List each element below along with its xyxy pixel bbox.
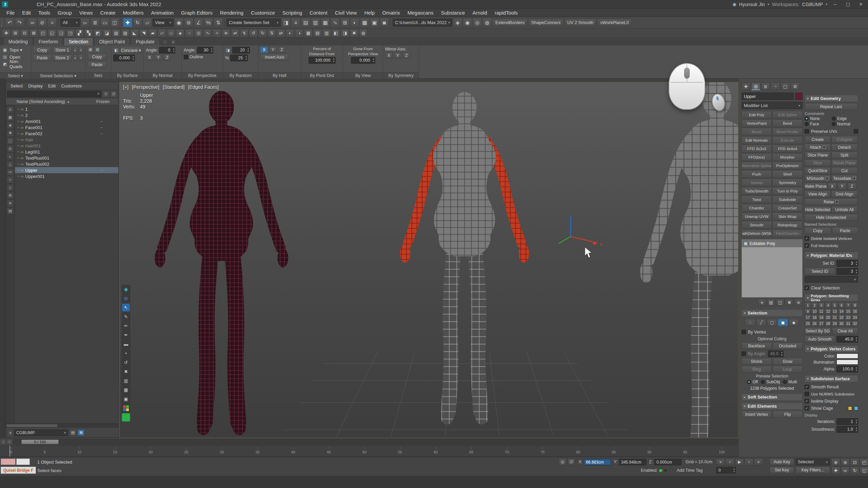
- script-button[interactable]: sWorkPlaneL0: [597, 19, 632, 27]
- smoothing-group-button[interactable]: 20: [825, 314, 831, 320]
- custom-tool-icon[interactable]: ≋: [222, 29, 230, 37]
- spinner-snap-icon[interactable]: ⇅: [214, 18, 223, 27]
- ribbon-footer-by-normal[interactable]: By Normal: [144, 72, 181, 79]
- explorer-filter-icon[interactable]: ▢: [7, 137, 14, 144]
- smoothing-group-button[interactable]: 13: [832, 308, 838, 314]
- lock-explorer-icon[interactable]: ∅: [110, 91, 117, 97]
- pen-icon[interactable]: ✎: [122, 312, 130, 321]
- constraint-radio[interactable]: None: [805, 116, 831, 121]
- smoothing-group-button[interactable]: 19: [818, 314, 825, 320]
- key-filters-button[interactable]: Key Filters...: [795, 467, 830, 473]
- smoothing-group-button[interactable]: 32: [852, 321, 858, 326]
- custom-tool-icon[interactable]: ▨: [121, 29, 130, 37]
- custom-tool-icon[interactable]: ⊠: [29, 29, 38, 37]
- visibility-dot-icon[interactable]: •: [18, 132, 19, 135]
- sort-arrow-icon[interactable]: ▲: [67, 100, 70, 103]
- bind-to-spacewarp-icon[interactable]: ≈: [47, 18, 57, 27]
- constraint-radio[interactable]: Normal: [832, 122, 858, 126]
- modifier-button[interactable]: PathDeform (WSM): [742, 229, 772, 237]
- eraser-icon[interactable]: ▬: [122, 340, 130, 348]
- edit-geometry-button[interactable]: Relax: [805, 198, 857, 205]
- select-object-icon[interactable]: ▻: [81, 18, 90, 27]
- scene-object-row[interactable]: • ▭ Face002 –: [15, 130, 118, 137]
- transform-gizmo[interactable]: x: [558, 217, 602, 247]
- custom-tool-icon[interactable]: ▤: [313, 29, 322, 37]
- walk-through-icon[interactable]: ∞: [841, 467, 850, 474]
- custom-tool-icon[interactable]: ◳: [66, 29, 75, 37]
- maximize-viewport-icon[interactable]: ◱: [860, 467, 868, 474]
- constraint-radio[interactable]: Face: [805, 122, 831, 126]
- custom-tool-icon[interactable]: ▰: [149, 29, 157, 37]
- modifier-button[interactable]: Symmetry: [772, 179, 803, 186]
- custom-tool-icon[interactable]: ◨: [341, 29, 349, 37]
- custom-tool-icon[interactable]: ▧: [112, 29, 120, 37]
- visibility-dot-icon[interactable]: •: [18, 144, 19, 147]
- explorer-name-field[interactable]: CGBUMP▾: [14, 429, 68, 436]
- utilities-tab-icon[interactable]: ⚙: [791, 83, 800, 90]
- smoothing-group-button[interactable]: 3: [818, 302, 825, 308]
- custom-tool-icon[interactable]: ✚: [2, 29, 11, 37]
- select-id-spinner[interactable]: 3: [836, 268, 858, 275]
- menu-item[interactable]: Group: [54, 10, 76, 16]
- named-paste-button[interactable]: Paste: [832, 227, 859, 234]
- explorer-filter-icon[interactable]: ▭: [7, 168, 14, 176]
- edit-geometry-button[interactable]: Hide Selected: [805, 206, 831, 213]
- normal-axis-toggle[interactable]: X: [146, 55, 153, 61]
- edge-mode-icon[interactable]: ╱: [756, 319, 766, 326]
- random-count-spinner[interactable]: 25: [230, 55, 248, 61]
- time-slider-track[interactable]: 0 / 100: [13, 439, 738, 445]
- menu-item[interactable]: Modifiers: [119, 10, 147, 16]
- auto-smooth-spinner[interactable]: 45.0: [836, 336, 858, 343]
- edit-geometry-button[interactable]: Create: [805, 136, 831, 143]
- scene-object-row[interactable]: • ▭ Arm001 –: [15, 118, 118, 124]
- ring-button[interactable]: Ring: [742, 366, 772, 373]
- smoothness-spinner[interactable]: 1.0: [836, 426, 858, 433]
- custom-tool-icon[interactable]: ⇌: [231, 29, 239, 37]
- viewport-label-menu[interactable]: [Standard]: [163, 84, 185, 90]
- ribbon-footer-by-pivot[interactable]: By Pivot Dist: [301, 72, 343, 79]
- smoothing-group-button[interactable]: 21: [832, 314, 838, 320]
- modifier-button[interactable]: Bend: [772, 119, 803, 127]
- pencil-icon[interactable]: ✏: [122, 322, 130, 330]
- custom-tool-icon[interactable]: ◩: [94, 29, 102, 37]
- display-tab-icon[interactable]: ▢: [781, 83, 790, 90]
- edit-geometry-button[interactable]: Tessellate: [831, 175, 857, 182]
- edit-geometry-button[interactable]: Slice Plane: [805, 151, 831, 159]
- script-icon-2[interactable]: ◉: [463, 18, 472, 27]
- polygon-mode-icon[interactable]: ◼: [778, 319, 788, 326]
- custom-tool-icon[interactable]: ◐: [286, 29, 294, 37]
- edit-geometry-button[interactable]: QuickSlice: [805, 167, 831, 174]
- smoothing-group-button[interactable]: 5: [832, 302, 838, 308]
- edit-geometry-button[interactable]: MSmooth: [805, 175, 831, 182]
- toggle-layer-explorer-icon[interactable]: ▥: [311, 18, 320, 27]
- custom-tool-icon[interactable]: ∿: [203, 29, 212, 37]
- z-coordinate-field[interactable]: 0.000cm: [654, 459, 682, 465]
- explorer-filter-icon[interactable]: ✚: [7, 129, 14, 137]
- user-account-menu[interactable]: Hyunsuk Jin: [739, 2, 765, 7]
- set-key-button[interactable]: Set Key: [770, 467, 794, 473]
- edit-geometry-button[interactable]: View Align: [805, 190, 831, 198]
- modifier-button[interactable]: Unwrap UVW: [742, 212, 772, 220]
- next-key-button[interactable]: ›: [7, 439, 12, 445]
- cage-color-swatch[interactable]: [848, 406, 852, 410]
- modifier-button[interactable]: Chamfer: [742, 204, 772, 212]
- smoothing-group-button[interactable]: 16: [852, 308, 858, 314]
- modifier-button[interactable]: Bevel: [742, 128, 772, 136]
- half-axis-toggle[interactable]: Z: [278, 47, 285, 53]
- ribbon-pin-icon[interactable]: ◦: [162, 39, 168, 45]
- select-cursor-icon[interactable]: ↖: [122, 303, 130, 312]
- project-path-dropdown[interactable]: C:\Users\UI...ds Max 2022▾: [393, 19, 452, 27]
- modifier-button[interactable]: Sweep: [742, 179, 772, 186]
- soft-selection-rollout-header[interactable]: ▸Soft Selection: [742, 393, 803, 401]
- stack-item-editable-poly[interactable]: ▦Editable Poly: [742, 240, 802, 247]
- invert-axis-button[interactable]: Invert Axis: [260, 54, 289, 61]
- configure-modifier-sets-icon[interactable]: ≋: [794, 299, 803, 306]
- menu-item[interactable]: Substance: [437, 10, 469, 16]
- dot-brush-icon[interactable]: •: [122, 349, 130, 358]
- next-frame-button[interactable]: ›: [745, 459, 753, 465]
- by-angle-spinner[interactable]: 45.0: [768, 350, 784, 357]
- auto-key-button[interactable]: Auto Key: [770, 459, 794, 465]
- store1-button[interactable]: Store 1: [53, 47, 72, 54]
- menu-item[interactable]: Graph Editors: [177, 10, 216, 16]
- store1-plus-icon[interactable]: ▸: [73, 47, 78, 54]
